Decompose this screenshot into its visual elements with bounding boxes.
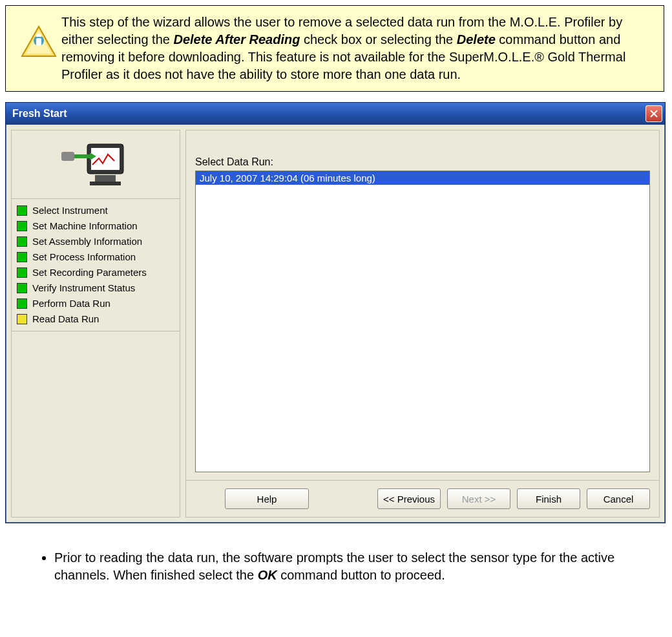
wizard-steps: Select Instrument Set Machine Informatio… bbox=[12, 198, 180, 331]
cancel-button[interactable]: Cancel bbox=[587, 488, 650, 509]
data-run-item[interactable]: July 10, 2007 14:29:04 (06 minutes long) bbox=[196, 171, 649, 185]
svg-rect-4 bbox=[36, 34, 41, 37]
wizard-buttons: Help << Previous Next >> Finish Cancel bbox=[186, 480, 659, 517]
post-dialog-text: Prior to reading the data run, the softw… bbox=[39, 549, 646, 584]
bullet-sensor-type: Prior to reading the data run, the softw… bbox=[54, 549, 646, 584]
step-set-recording-params: Set Recording Parameters bbox=[17, 265, 174, 280]
select-data-run-label: Select Data Run: bbox=[195, 156, 650, 168]
finish-button[interactable]: Finish bbox=[517, 488, 580, 509]
svg-rect-11 bbox=[61, 152, 74, 161]
wizard-sidebar: Select Instrument Set Machine Informatio… bbox=[11, 130, 180, 517]
step-status-icon bbox=[17, 267, 27, 278]
svg-rect-12 bbox=[74, 154, 90, 158]
step-read-data-run: Read Data Run bbox=[17, 311, 174, 327]
step-status-icon bbox=[17, 236, 27, 247]
wizard-content: Select Data Run: July 10, 2007 14:29:04 … bbox=[185, 130, 660, 517]
next-button: Next >> bbox=[447, 488, 510, 509]
step-status-icon bbox=[17, 252, 27, 262]
step-status-icon bbox=[17, 298, 27, 309]
step-perform-data-run: Perform Data Run bbox=[17, 296, 174, 311]
step-select-instrument: Select Instrument bbox=[17, 203, 174, 218]
svg-rect-10 bbox=[90, 182, 121, 185]
step-set-process-info: Set Process Information bbox=[17, 249, 174, 265]
titlebar: Fresh Start bbox=[6, 103, 665, 125]
step-status-icon bbox=[17, 205, 27, 216]
svg-rect-9 bbox=[95, 175, 116, 182]
step-verify-instrument: Verify Instrument Status bbox=[17, 280, 174, 296]
info-icon bbox=[16, 14, 61, 61]
step-status-icon bbox=[17, 283, 27, 293]
data-run-listbox[interactable]: July 10, 2007 14:29:04 (06 minutes long) bbox=[195, 171, 650, 472]
step-set-assembly-info: Set Assembly Information bbox=[17, 234, 174, 249]
previous-button[interactable]: << Previous bbox=[377, 488, 441, 509]
step-status-icon bbox=[17, 314, 27, 324]
fresh-start-dialog: Fresh Start Select Instrument bbox=[5, 102, 666, 523]
wizard-graphic bbox=[12, 131, 180, 198]
info-callout: This step of the wizard allows the user … bbox=[5, 5, 664, 92]
callout-text: This step of the wizard allows the user … bbox=[61, 14, 653, 83]
close-button[interactable] bbox=[646, 105, 662, 122]
step-set-machine-info: Set Machine Information bbox=[17, 218, 174, 234]
help-button[interactable]: Help bbox=[225, 488, 309, 509]
window-title: Fresh Start bbox=[12, 108, 67, 120]
svg-rect-3 bbox=[36, 38, 41, 46]
step-status-icon bbox=[17, 221, 27, 231]
